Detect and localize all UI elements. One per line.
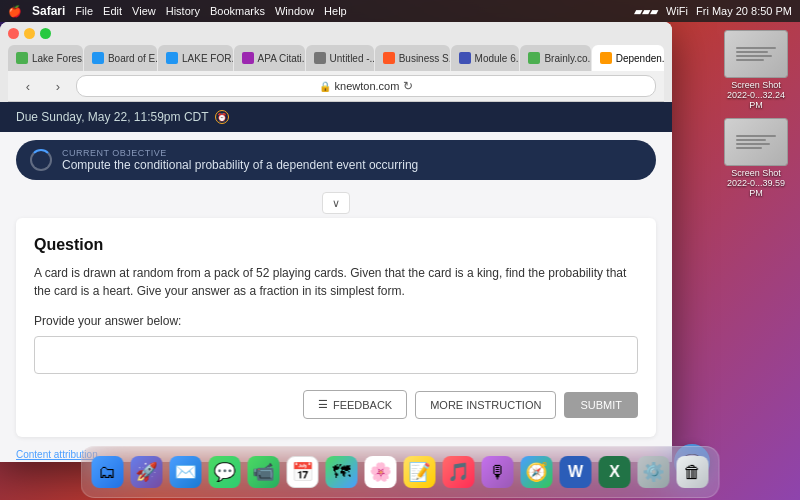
menu-history[interactable]: History [166, 5, 200, 17]
due-date-text: Due Sunday, May 22, 11:59pm CDT [16, 110, 209, 124]
word-icon: W [560, 456, 592, 488]
objective-bar: CURRENT OBJECTIVE Compute the conditiona… [16, 140, 656, 180]
forward-button[interactable]: › [46, 75, 70, 97]
feedback-icon: ☰ [318, 398, 328, 411]
apple-menu[interactable]: 🍎 [8, 5, 22, 18]
address-bar[interactable]: 🔒 knewton.com ↻ [76, 75, 656, 97]
dock-item-settings[interactable]: ⚙️ [636, 454, 672, 490]
dock-item-finder[interactable]: 🗂 [90, 454, 126, 490]
dock-item-word[interactable]: W [558, 454, 594, 490]
tab-board[interactable]: Board of E... × [84, 45, 157, 71]
tab-dependent[interactable]: Dependen... × [592, 45, 664, 71]
menu-help[interactable]: Help [324, 5, 347, 17]
tab-lake2[interactable]: LAKE FOR... × [158, 45, 233, 71]
back-button[interactable]: ‹ [16, 75, 40, 97]
tab-label: Lake Fores... [32, 53, 83, 64]
fullscreen-button[interactable] [40, 28, 51, 39]
settings-icon: ⚙️ [638, 456, 670, 488]
tabs-row: Lake Fores... × Board of E... × LAKE FOR… [8, 45, 664, 71]
menu-edit[interactable]: Edit [103, 5, 122, 17]
feedback-label: FEEDBACK [333, 399, 392, 411]
tab-business[interactable]: Business S... × [375, 45, 450, 71]
close-button[interactable] [8, 28, 19, 39]
dock-item-podcasts[interactable]: 🎙 [480, 454, 516, 490]
traffic-lights [8, 28, 664, 39]
knewton-header: Due Sunday, May 22, 11:59pm CDT ⏰ [0, 102, 672, 132]
dock-item-mail[interactable]: ✉️ [168, 454, 204, 490]
spinner-icon [30, 149, 52, 171]
notes-icon: 📝 [404, 456, 436, 488]
tab-label: LAKE FOR... [182, 53, 233, 64]
messages-icon: 💬 [209, 456, 241, 488]
desktop: 🍎 Safari File Edit View History Bookmark… [0, 0, 800, 500]
knewton-page: Due Sunday, May 22, 11:59pm CDT ⏰ CURREN… [0, 102, 672, 462]
dock-item-excel[interactable]: X [597, 454, 633, 490]
dock-item-facetime[interactable]: 📹 [246, 454, 282, 490]
time-display: Fri May 20 8:50 PM [696, 5, 792, 17]
menu-view[interactable]: View [132, 5, 156, 17]
finder-icon: 🗂 [92, 456, 124, 488]
dock-item-launchpad[interactable]: 🚀 [129, 454, 165, 490]
dock-item-photos[interactable]: 🌸 [363, 454, 399, 490]
dock-item-messages[interactable]: 💬 [207, 454, 243, 490]
desktop-icons: Screen Shot 2022-0...32.24 PM Screen Sho… [722, 30, 790, 198]
address-text: knewton.com [335, 80, 400, 92]
tab-untitled[interactable]: Untitled -... × [306, 45, 374, 71]
dock-item-safari[interactable]: 🧭 [519, 454, 555, 490]
dock-item-notes[interactable]: 📝 [402, 454, 438, 490]
tab-favicon [383, 52, 395, 64]
tab-module[interactable]: Module 6... × [451, 45, 520, 71]
more-instruction-button[interactable]: MORE INSTRUCTION [415, 391, 556, 419]
tab-favicon [16, 52, 28, 64]
action-row: ☰ FEEDBACK MORE INSTRUCTION SUBMIT [34, 390, 638, 419]
menu-bookmarks[interactable]: Bookmarks [210, 5, 265, 17]
tab-favicon [242, 52, 254, 64]
dock-item-maps[interactable]: 🗺 [324, 454, 360, 490]
dock-item-calendar[interactable]: 📅 [285, 454, 321, 490]
tab-favicon [166, 52, 178, 64]
menu-file[interactable]: File [75, 5, 93, 17]
tab-apa[interactable]: APA Citati... × [234, 45, 305, 71]
minimize-button[interactable] [24, 28, 35, 39]
podcasts-icon: 🎙 [482, 456, 514, 488]
tab-favicon [459, 52, 471, 64]
dock-item-trash[interactable]: 🗑 [675, 454, 711, 490]
browser-chrome: Lake Fores... × Board of E... × LAKE FOR… [0, 22, 672, 102]
question-card: Question A card is drawn at random from … [16, 218, 656, 437]
safari-icon: 🧭 [521, 456, 553, 488]
tab-favicon [92, 52, 104, 64]
screenshot-label-1: Screen Shot 2022-0...32.24 PM [722, 80, 790, 110]
menubar-right: ▰▰▰ WiFi Fri May 20 8:50 PM [634, 5, 792, 18]
screenshot-thumbnail-2 [724, 118, 788, 166]
dock: 🗂 🚀 ✉️ 💬 📹 📅 🗺 🌸 📝 🎵 🎙 [81, 446, 720, 498]
menubar-left: 🍎 Safari File Edit View History Bookmark… [8, 4, 347, 18]
desktop-icon-2[interactable]: Screen Shot 2022-0...39.59 PM [722, 118, 790, 198]
tab-label: APA Citati... [258, 53, 305, 64]
menu-window[interactable]: Window [275, 5, 314, 17]
chevron-down-button[interactable]: ∨ [322, 192, 350, 214]
tab-label: Board of E... [108, 53, 157, 64]
photos-icon: 🌸 [365, 456, 397, 488]
objective-text-group: CURRENT OBJECTIVE Compute the conditiona… [62, 148, 418, 172]
tab-favicon [314, 52, 326, 64]
music-icon: 🎵 [443, 456, 475, 488]
desktop-icon-1[interactable]: Screen Shot 2022-0...32.24 PM [722, 30, 790, 110]
app-name[interactable]: Safari [32, 4, 65, 18]
submit-button[interactable]: SUBMIT [564, 392, 638, 418]
question-title: Question [34, 236, 638, 254]
dock-item-music[interactable]: 🎵 [441, 454, 477, 490]
objective-text: Compute the conditional probability of a… [62, 158, 418, 172]
reload-button[interactable]: ↻ [403, 79, 413, 93]
browser-content: Due Sunday, May 22, 11:59pm CDT ⏰ CURREN… [0, 102, 672, 462]
toolbar: ‹ › 🔒 knewton.com ↻ [8, 71, 664, 102]
answer-input[interactable] [34, 336, 638, 374]
tab-label: Untitled -... [330, 53, 374, 64]
tab-brainly[interactable]: Brainly.co... × [520, 45, 590, 71]
tab-label: Business S... [399, 53, 450, 64]
launchpad-icon: 🚀 [131, 456, 163, 488]
tab-label: Dependen... [616, 53, 664, 64]
question-body: A card is drawn at random from a pack of… [34, 264, 638, 300]
feedback-button[interactable]: ☰ FEEDBACK [303, 390, 407, 419]
tab-lake-forest[interactable]: Lake Fores... × [8, 45, 83, 71]
excel-icon: X [599, 456, 631, 488]
